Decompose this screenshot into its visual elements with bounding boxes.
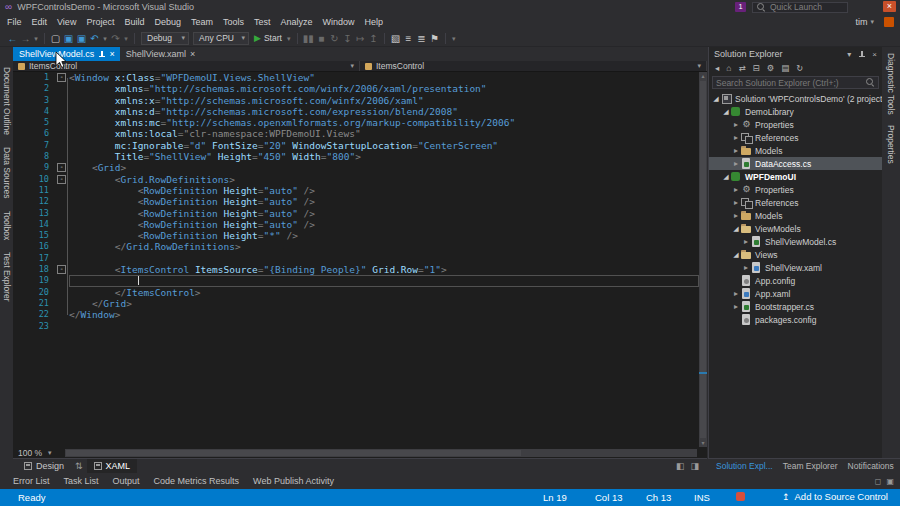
tree-expander-icon[interactable]: ◢ <box>712 95 720 103</box>
step-into-icon[interactable]: ↧ <box>341 31 354 46</box>
tree-item-solution-wpfcontrolsdemo-2-projects[interactable]: ◢Solution 'WPFControlsDemo' (2 projects) <box>709 92 882 105</box>
back-icon[interactable]: ◂ <box>715 63 719 73</box>
side-tab-data-sources[interactable]: Data Sources <box>2 147 12 199</box>
tree-expander-icon[interactable]: ◢ <box>732 251 740 259</box>
code-line[interactable]: 4 xmlns:d="http://schemas.microsoft.com/… <box>13 106 699 117</box>
panel-header[interactable]: Solution Explorer ▾ × <box>709 47 882 61</box>
window-close-button[interactable]: × <box>883 1 896 12</box>
tool-tab-notifications[interactable]: Notifications <box>844 461 898 471</box>
collapse-region-button[interactable]: - <box>57 73 66 82</box>
panel-tab-code-metrics-results[interactable]: Code Metrics Results <box>147 476 247 486</box>
code-line[interactable]: 6 xmlns:local="clr-namespace:WPFDemoUI.V… <box>13 128 699 139</box>
scroll-down-icon[interactable]: ▾ <box>699 439 707 447</box>
tree-expander-icon[interactable]: ◢ <box>722 108 730 116</box>
code-line[interactable]: 14 <RowDefinition Height="auto" /> <box>13 219 699 230</box>
collapse-region-button[interactable]: - <box>57 163 66 172</box>
status-insert-mode[interactable]: INS <box>694 492 710 503</box>
code-line[interactable]: 17 <box>13 253 699 264</box>
title-bar[interactable]: ∞ WPFControlsDemo - Microsoft Visual Stu… <box>0 0 900 14</box>
side-tab-toolbox[interactable]: Toolbox <box>2 211 12 240</box>
code-line[interactable]: 13 <RowDefinition Height="auto" /> <box>13 208 699 219</box>
collapse-all-icon[interactable]: ⊟ <box>753 63 760 73</box>
tree-item-demolibrary[interactable]: ◢DemoLibrary <box>709 105 882 118</box>
side-tab-properties[interactable]: Properties <box>886 125 896 164</box>
comment-icon[interactable]: ≡ <box>402 31 415 46</box>
tree-expander-icon[interactable]: ▸ <box>732 211 740 220</box>
tree-item-shellview-xaml[interactable]: ▸ShellView.xaml <box>709 261 882 274</box>
redo-icon[interactable]: ↷ <box>109 31 122 46</box>
auto-hide-icon[interactable]: ◻ <box>875 477 882 486</box>
tree-item-properties[interactable]: ▸⚙Properties <box>709 183 882 196</box>
code-line[interactable]: 9- <Grid> <box>13 162 699 173</box>
tree-expander-icon[interactable]: ▸ <box>732 198 740 207</box>
tree-expander-icon[interactable]: ▸ <box>732 302 740 311</box>
tree-item-packages-config[interactable]: packages.config <box>709 313 882 326</box>
tree-expander-icon[interactable]: ▸ <box>742 237 750 246</box>
menu-view[interactable]: View <box>52 15 81 29</box>
code-line[interactable]: 10- <Grid.RowDefinitions> <box>13 174 699 185</box>
chevron-down-icon[interactable]: ▾ <box>847 50 851 59</box>
tree-expander-icon[interactable]: ▸ <box>732 146 740 155</box>
menu-project[interactable]: Project <box>81 15 119 29</box>
code-line[interactable]: 16 </Grid.RowDefinitions> <box>13 241 699 252</box>
design-tab[interactable]: Design <box>17 459 71 473</box>
save-icon[interactable]: ▣ <box>62 31 75 46</box>
vertical-scrollbar[interactable]: ▴ ▾ <box>699 72 707 447</box>
tree-item-references[interactable]: ▸References <box>709 196 882 209</box>
code-line[interactable]: 1-<Window x:Class="WPFDemoUI.Views.Shell… <box>13 72 699 83</box>
tree-item-dataaccess-cs[interactable]: ▸DataAccess.cs <box>709 157 882 170</box>
tool-tab-team-explorer[interactable]: Team Explorer <box>779 461 842 471</box>
status-character-number[interactable]: Ch 13 <box>646 492 671 503</box>
uncomment-icon[interactable]: ≣ <box>415 31 428 46</box>
tree-item-app-xaml[interactable]: ▸App.xaml <box>709 287 882 300</box>
split-vertical-icon[interactable]: ◨ <box>690 461 699 471</box>
code-line[interactable]: 19 <box>13 275 699 286</box>
update-alert-icon[interactable] <box>884 17 894 27</box>
home-icon[interactable]: ⌂ <box>726 63 731 73</box>
nav-history-dropdown-icon[interactable]: ▾ <box>32 31 40 46</box>
code-line[interactable]: 11 <RowDefinition Height="auto" /> <box>13 185 699 196</box>
save-all-icon[interactable]: ▣ <box>75 31 88 46</box>
tree-item-viewmodels[interactable]: ◢ViewModels <box>709 222 882 235</box>
code-line[interactable]: 7 mc:Ignorable="d" FontSize="20" WindowS… <box>13 140 699 151</box>
menu-window[interactable]: Window <box>318 15 360 29</box>
tree-item-properties[interactable]: ▸⚙Properties <box>709 118 882 131</box>
undo-dropdown-icon[interactable]: ▾ <box>101 31 109 46</box>
scrollbar-thumb[interactable] <box>700 81 706 438</box>
user-menu[interactable]: tim ▾ <box>855 17 874 27</box>
pin-icon[interactable] <box>858 50 865 59</box>
horizontal-scrollbar[interactable] <box>65 449 697 457</box>
code-line[interactable]: 20 </ItemsControl> <box>13 287 699 298</box>
restart-icon[interactable]: ↻ <box>328 31 341 46</box>
panel-tab-task-list[interactable]: Task List <box>57 476 106 486</box>
code-line[interactable]: 22</Window> <box>13 309 699 320</box>
editor-tab-shellview-xaml[interactable]: ShellView.xaml× <box>120 47 201 61</box>
refresh-icon[interactable]: ↻ <box>796 63 803 73</box>
close-icon[interactable]: × <box>190 50 195 59</box>
toolbar-options-icon[interactable]: ▾ <box>450 31 458 46</box>
collapse-region-button[interactable]: - <box>57 175 66 184</box>
notifications-badge[interactable]: 1 <box>735 2 746 12</box>
code-line[interactable]: 3 xmlns:x="http://schemas.microsoft.com/… <box>13 95 699 106</box>
code-line[interactable]: 2 xmlns="http://schemas.microsoft.com/wi… <box>13 83 699 94</box>
code-line[interactable]: 21 </Grid> <box>13 298 699 309</box>
back-icon[interactable]: ← <box>6 31 19 46</box>
menu-edit[interactable]: Edit <box>27 15 53 29</box>
panel-tab-error-list[interactable]: Error List <box>6 476 57 486</box>
menu-help[interactable]: Help <box>360 15 389 29</box>
tree-expander-icon[interactable]: ◢ <box>732 225 740 233</box>
step-out-icon[interactable]: ↥ <box>367 31 380 46</box>
quick-launch-input[interactable]: Quick Launch <box>752 2 848 13</box>
sync-active-document-icon[interactable]: ⇄ <box>738 63 745 73</box>
close-icon[interactable]: × <box>872 50 877 59</box>
tree-expander-icon[interactable]: ▸ <box>742 263 750 272</box>
swap-panes-icon[interactable]: ⇅ <box>71 461 87 471</box>
tree-item-shellviewmodel-cs[interactable]: ▸ShellViewModel.cs <box>709 235 882 248</box>
menu-debug[interactable]: Debug <box>149 15 186 29</box>
status-column-number[interactable]: Col 13 <box>595 492 622 503</box>
tree-item-references[interactable]: ▸References <box>709 131 882 144</box>
start-dropdown-icon[interactable]: ▾ <box>285 31 293 46</box>
code-line[interactable]: 12 <RowDefinition Height="auto" /> <box>13 196 699 207</box>
tool-tab-solution-expl[interactable]: Solution Expl... <box>712 461 777 471</box>
xaml-tab[interactable]: XAML <box>87 459 138 473</box>
